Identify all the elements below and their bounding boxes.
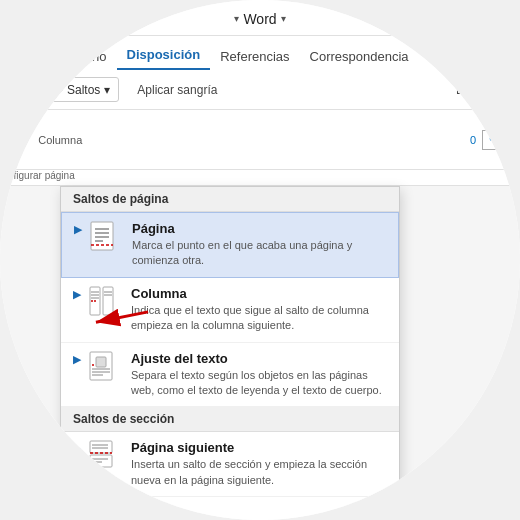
columna-arrow: ▶ <box>73 288 81 301</box>
app-title: Word <box>243 11 276 27</box>
ribbon-content-row: ño Columna 0 8 p <box>0 110 520 170</box>
dropdown-item-continua[interactable]: ▶ Continua Inserta un salto de sección y <box>61 497 399 520</box>
pagina-arrow: ▶ <box>74 223 82 236</box>
pagina-title: Página <box>132 221 386 236</box>
continua-title: Continua <box>131 505 387 520</box>
input-value-label: 0 <box>470 134 476 146</box>
dropdown-item-pagina-siguiente[interactable]: ▶ Página siguiente Inserta un salto de s <box>61 432 399 497</box>
saltos-chevron: ▾ <box>104 83 110 97</box>
dropdown-item-pagina[interactable]: ▶ Página Marca el punto en el que acaba … <box>61 212 399 278</box>
continua-arrow: ▶ <box>73 507 81 520</box>
ajuste-arrow: ▶ <box>73 353 81 366</box>
svg-rect-26 <box>90 441 112 453</box>
columna-desc: Indica que el texto que sigue al salto d… <box>131 303 387 334</box>
pagina-icon <box>86 221 122 257</box>
ribbon-tab-bar: ogar Diseño Disposición Referencias Corr… <box>0 36 520 70</box>
diseno-label: ño <box>8 134 20 146</box>
pagina-desc: Marca el punto en el que acaba una págin… <box>132 238 386 269</box>
svg-rect-30 <box>90 455 112 467</box>
pagina-siguiente-item-text: Página siguiente Inserta un salto de sec… <box>131 440 387 488</box>
ajuste-title: Ajuste del texto <box>131 351 387 366</box>
configurar-pagina-label: nfigurar página <box>0 170 520 186</box>
tab-diseno[interactable]: Diseño <box>56 43 116 70</box>
spacing-input[interactable]: 8 p <box>482 130 512 150</box>
saltos-icon <box>49 81 63 98</box>
ribbon-toolbar: Saltos ▾ Aplicar sangría Espaciado <box>0 70 520 110</box>
pagina-siguiente-title: Página siguiente <box>131 440 387 455</box>
pagina-item-text: Página Marca el punto en el que acaba un… <box>132 221 386 269</box>
saltos-button[interactable]: Saltos ▾ <box>40 77 119 102</box>
pagina-siguiente-arrow: ▶ <box>73 442 81 455</box>
tab-hogar[interactable]: ogar <box>10 43 56 70</box>
tab-disposicion[interactable]: Disposición <box>117 41 211 70</box>
ajuste-icon <box>85 351 121 387</box>
saltos-dropdown-menu: Saltos de página ▶ Página Marc <box>60 186 400 520</box>
tab-re[interactable]: Re <box>419 43 456 70</box>
svg-rect-2 <box>50 88 56 90</box>
aplicar-sangria-label: Aplicar sangría <box>137 83 217 97</box>
ajuste-item-text: Ajuste del texto Separa el texto según l… <box>131 351 387 399</box>
continua-item-text: Continua Inserta un salto de sección y <box>131 505 387 520</box>
dropdown-item-ajuste-texto[interactable]: ▶ Ajuste del texto Separa el texto según… <box>61 343 399 408</box>
columna-item-text: Columna Indica que el texto que sigue al… <box>131 286 387 334</box>
pagina-siguiente-desc: Inserta un salto de sección y empieza la… <box>131 457 387 488</box>
espaciado-label: Espaciado <box>456 83 512 97</box>
ribbon-group-icon-1 <box>8 80 28 100</box>
title-bar-chevron[interactable]: ▾ <box>281 13 286 24</box>
tab-referencias[interactable]: Referencias <box>210 43 299 70</box>
svg-rect-21 <box>96 357 106 367</box>
saltos-button-label: Saltos <box>67 83 100 97</box>
dropdown-container: Saltos de página ▶ Página Marc <box>0 186 520 506</box>
pagina-siguiente-icon <box>85 440 121 476</box>
saltos-seccion-section-header: Saltos de sección <box>61 407 399 432</box>
ajuste-desc: Separa el texto según los objetos en las… <box>131 368 387 399</box>
svg-rect-1 <box>50 85 58 87</box>
svg-rect-0 <box>50 82 55 84</box>
continua-icon <box>85 505 121 520</box>
columna-title: Columna <box>131 286 387 301</box>
saltos-pagina-section-header: Saltos de página <box>61 187 399 212</box>
columnas-label: Columna <box>38 134 82 146</box>
title-bar-back-arrow[interactable]: ▾ <box>234 13 239 24</box>
tab-correspondencia[interactable]: Correspondencia <box>300 43 419 70</box>
title-bar: ▾ Word ▾ <box>0 0 520 36</box>
svg-rect-6 <box>91 222 113 250</box>
